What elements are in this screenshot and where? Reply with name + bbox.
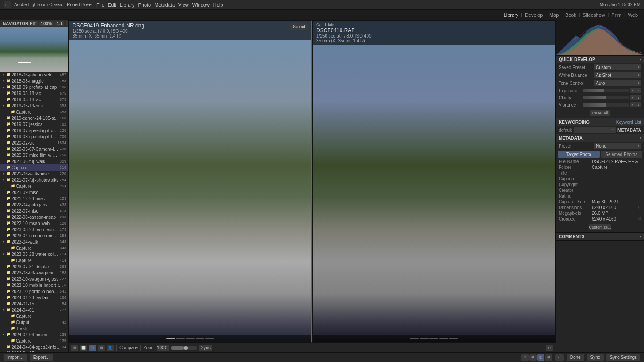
folder-item[interactable]: 📁Capture343	[0, 245, 68, 251]
clarity-plus[interactable]: ›	[636, 95, 641, 100]
menu-help[interactable]: Help	[213, 2, 223, 8]
menu-photo[interactable]: Photo	[138, 2, 151, 8]
folder-item[interactable]: 📁2021-12-24-misc153	[0, 195, 68, 202]
saved-preset-dropdown[interactable]: Custom ▾	[594, 64, 641, 70]
folder-item[interactable]: 📁2020-05-07-Camera-layflair438	[0, 146, 68, 152]
module-slideshow[interactable]: Slideshow	[580, 12, 608, 18]
metadata-header[interactable]: Metadata ▾	[556, 134, 644, 142]
nav-size-100[interactable]: 100%	[39, 21, 54, 26]
module-web[interactable]: Web	[625, 12, 640, 18]
nav-size-fit[interactable]: Fit	[28, 21, 38, 26]
folder-item[interactable]: 📁2023-07-31-drkolar263	[0, 263, 68, 270]
import-button[interactable]: Import...	[4, 354, 27, 361]
comments-header[interactable]: Comments ▾	[556, 233, 644, 240]
selected-photos-tab[interactable]: Selected Photos	[601, 151, 643, 158]
folder-item[interactable]: 📁Capture254	[0, 183, 68, 189]
export-button[interactable]: Export...	[30, 354, 53, 361]
menu-file[interactable]: File	[96, 2, 104, 8]
folder-item[interactable]: 📁2023-03-23-leon-testing-p173	[0, 226, 68, 232]
folder-item[interactable]: 📁Capture	[0, 313, 68, 319]
sync-button[interactable]: Sync	[587, 354, 604, 361]
folder-item[interactable]: 📁Capture319	[0, 164, 68, 171]
target-photo-tab[interactable]: Target Photo	[558, 151, 600, 158]
zoom-slider[interactable]	[171, 346, 197, 350]
folder-item[interactable]: 📁Capture414	[0, 257, 68, 263]
folder-item[interactable]: 📁Trash	[0, 325, 68, 332]
menu-view[interactable]: View	[178, 2, 189, 8]
swap-btn[interactable]: ⇄	[555, 354, 564, 361]
sync-btn[interactable]: Sync	[199, 345, 212, 351]
folder-list[interactable]: ▸📁2018-06-johanne-etc487▸📁2018-08-maggie…	[0, 72, 68, 352]
grid-view-btn[interactable]: ⊞	[71, 345, 78, 351]
folder-item[interactable]: 📁2023-10-portfolio-book-w...541	[0, 288, 68, 294]
menu-metadata[interactable]: Metadata	[154, 2, 175, 8]
folder-item[interactable]: 📁2022-04-patagans433	[0, 202, 68, 208]
folder-item[interactable]: 📁2024-04-04-ages2-info-su...34	[0, 344, 68, 350]
navigator-preview[interactable]	[0, 27, 68, 72]
menu-edit[interactable]: Edit	[108, 2, 116, 8]
folder-item[interactable]: 📁2020-02-vic1834	[0, 140, 68, 146]
vibrance-minus[interactable]: ‹	[630, 102, 636, 107]
people-view-btn[interactable]: 👤	[107, 345, 114, 351]
exposure-slider[interactable]	[583, 89, 629, 92]
folder-item[interactable]: 📁2021-06-fuji-walk309	[0, 158, 68, 164]
vibrance-plus[interactable]: ›	[636, 102, 641, 107]
folder-item[interactable]: 📁Capture135	[0, 338, 68, 344]
folder-item[interactable]: 📁2021-09-misc	[0, 189, 68, 195]
tone-control-dropdown[interactable]: Auto ▾	[594, 80, 641, 86]
left-select-button[interactable]: Select	[290, 23, 308, 30]
white-balance-dropdown[interactable]: As Shot ▾	[594, 72, 641, 78]
folder-item[interactable]: ▾📁2024-04-01272	[0, 307, 68, 313]
module-book[interactable]: Book	[563, 12, 579, 18]
clarity-slider[interactable]	[583, 96, 629, 99]
quick-develop-header[interactable]: Quick Develop ▾	[556, 56, 644, 63]
folder-item[interactable]: 📁2020-07-misc-film-w-master456	[0, 152, 68, 158]
folder-item[interactable]: 📁2022-10-msab-web128	[0, 220, 68, 226]
preset-dropdown[interactable]: None ▾	[594, 143, 641, 149]
module-library[interactable]: Library	[501, 12, 521, 18]
keyword-preset-dropdown[interactable]: ▾	[574, 127, 616, 133]
exposure-minus[interactable]: ‹	[630, 88, 636, 93]
module-map[interactable]: Map	[547, 12, 561, 18]
folder-item[interactable]: 📁2019-07-jessica782	[0, 121, 68, 127]
folder-item[interactable]: ▸📁2018-08-maggie788	[0, 78, 68, 84]
folder-item[interactable]: 📁2022-08-canson-msab293	[0, 214, 68, 220]
folder-item[interactable]: ▾📁2023-05-28-water-color-walk414	[0, 251, 68, 257]
folder-item[interactable]: 📁2019-05-18-vic675	[0, 90, 68, 96]
module-develop[interactable]: Develop	[522, 12, 545, 18]
reset-all-button[interactable]: Reset All	[590, 110, 611, 116]
nav-size-1-1[interactable]: 1:1	[55, 21, 64, 26]
compare-view-btn[interactable]: ◫	[89, 345, 96, 351]
folder-item[interactable]: 📁2019-05-18-vic875	[0, 96, 68, 103]
menu-library[interactable]: Library	[120, 2, 135, 8]
folder-item[interactable]: 📁2023-10-swagami-glass222	[0, 276, 68, 282]
sync-settings-button[interactable]: Sync Settings	[606, 354, 640, 361]
loupe-view-btn[interactable]: ⬜	[80, 345, 87, 351]
vibrance-slider[interactable]	[583, 103, 629, 107]
folder-item[interactable]: 📁2024-01-1584	[0, 301, 68, 307]
folder-item[interactable]: 📁Capture353	[0, 109, 68, 115]
folder-item[interactable]: 📁Output42	[0, 319, 68, 325]
folder-item[interactable]: 📁2023-10-mobile-import-test6	[0, 282, 68, 288]
module-print[interactable]: Print	[609, 12, 624, 18]
survey-mode-btn[interactable]: ⊟	[545, 354, 552, 361]
folder-item[interactable]: ▾📁2019-05-19-bea353	[0, 103, 68, 109]
folder-item[interactable]: 📁2024-04-17-acres-neg35	[0, 350, 68, 352]
folder-item[interactable]: 📁2019-08-speedlight-testing709	[0, 133, 68, 140]
folder-item[interactable]: 📁2019-07-speedlight-demo130	[0, 127, 68, 133]
exposure-plus[interactable]: ›	[636, 88, 641, 93]
folder-item[interactable]: 📁2024-01-24-layflair166	[0, 294, 68, 301]
done-button[interactable]: Done	[567, 354, 584, 361]
folder-item[interactable]: ▾📁2021-06-walk-misc220	[0, 171, 68, 177]
folder-item[interactable]: ▾📁2024-04-03-msxm135	[0, 332, 68, 338]
zoom-input[interactable]	[157, 345, 169, 351]
clarity-minus[interactable]: ‹	[630, 95, 636, 100]
swap-compare-btn[interactable]: ⇄	[546, 345, 553, 351]
menu-window[interactable]: Window	[192, 2, 210, 8]
folder-item[interactable]: 📁2019-canon-24-105-st...163	[0, 115, 68, 121]
survey-view-btn[interactable]: ⊟	[98, 345, 105, 351]
folder-item[interactable]: 📁2023-08-09-swagami-duo183	[0, 270, 68, 276]
folder-item[interactable]: 📁2023-04-compersons-crazy258	[0, 232, 68, 239]
keyword-list-link[interactable]: Keyword List	[616, 120, 641, 125]
folder-item[interactable]: ▸📁2018-06-johanne-etc487	[0, 72, 68, 78]
